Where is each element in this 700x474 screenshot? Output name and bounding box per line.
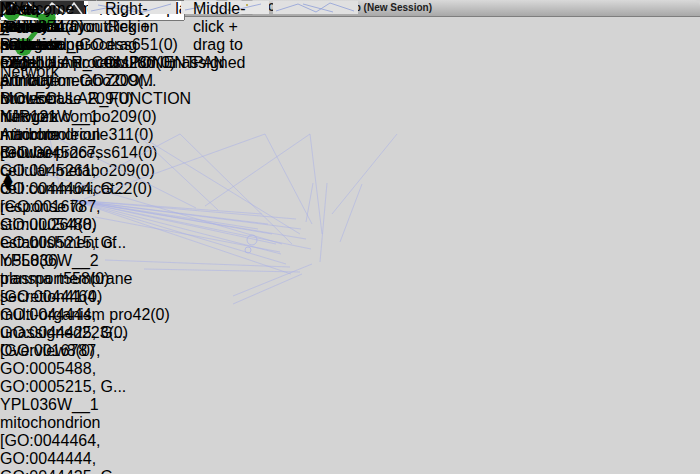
table-cell: YPL036W__2: [0, 252, 106, 270]
zoom-hint-text: Right-click + drag to ZOOM: [105, 0, 153, 90]
background-window-fragment[interactable]: [273, 1, 358, 14]
table-cell: [GO:0016787, GO:0005488, GO:0005215, G..…: [0, 342, 138, 396]
table-cell: mitochondrion: [0, 414, 136, 432]
table-cell: [GO:0016787, GO:0005488, GO:0005215, G..…: [0, 198, 138, 252]
table-row[interactable]: YPL036W__2plasma membrane[GO:0044464, GO…: [0, 252, 151, 396]
welcome-text: Welcome to Cytoscape 2.8.1: [8, 0, 84, 72]
tab-network-attribute-browser[interactable]: Network Attribute Browser: [0, 108, 60, 162]
table-cell: YPL036W__1: [0, 396, 106, 414]
table-cell: plasma membrane: [0, 270, 136, 288]
table-cell: [GO:0044464, GO:0044444, GO:0044425, G..…: [0, 432, 147, 474]
table-row[interactable]: YPL036W__1mitochondrion[GO:0044464, GO:0…: [0, 396, 151, 474]
pan-hint-text: Middle-click + drag to PAN: [193, 0, 245, 72]
table-cell: [GO:0044464, GO:0044444, GO:0044425, G..…: [0, 288, 147, 342]
